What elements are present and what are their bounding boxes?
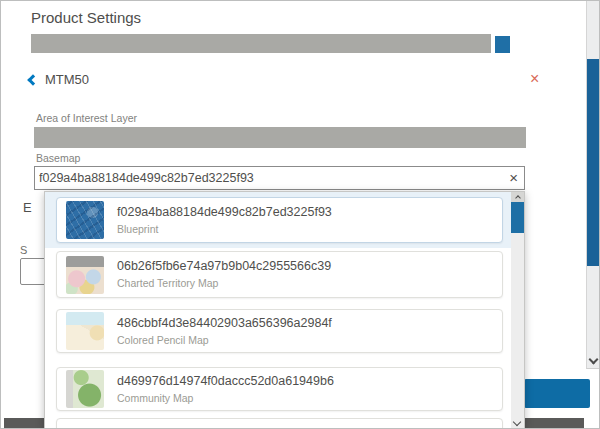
basemap-option-blueprint[interactable]: f029a4ba88184de499c82b7ed3225f93 Bluepri… [56,197,503,243]
charted-territory-map-thumbnail [66,256,104,294]
basemap-option-id: d469976d14974f0daccc52d0a61949b6 [117,374,334,389]
hidden-label-fragment: E [23,200,32,215]
basemap-field-label: Basemap [36,152,80,164]
basemap-option-community[interactable]: d469976d14974f0daccc52d0a61949b6 Communi… [56,367,503,411]
basemap-option-title: Colored Pencil Map [117,333,332,347]
basemap-option-id: 06b26f5fb6e74a97b9b04c2955566c39 [117,259,331,274]
redacted-input-bar[interactable] [31,34,491,53]
back-button-label: MTM50 [45,72,89,87]
product-settings-window: Product Settings MTM50 × Area of Interes… [0,0,600,429]
hidden-label-fragment-2: S [20,244,27,256]
clear-x-icon[interactable]: × [509,171,518,185]
community-map-thumbnail [66,370,104,408]
blueprint-map-thumbnail [66,201,104,239]
basemap-option-charted-territory[interactable]: 06b26f5fb6e74a97b9b04c2955566c39 Charted… [56,251,503,298]
close-icon[interactable]: × [530,71,539,87]
page-title: Product Settings [31,9,141,26]
aoi-input-redacted[interactable] [34,127,526,148]
dropdown-scrollbar-thumb[interactable] [511,202,524,233]
checkbox-fragment[interactable] [20,258,47,285]
basemap-input-value: f029a4ba88184de499c82b7ed3225f93 [39,171,509,185]
basemap-option-partial[interactable] [56,418,503,429]
chevron-up-icon [515,195,521,201]
basemap-option-title: Blueprint [117,222,332,236]
back-button[interactable]: MTM50 [29,72,89,87]
scroll-up-button[interactable] [511,192,524,202]
basemap-option-id: f029a4ba88184de499c82b7ed3225f93 [117,205,332,220]
colored-pencil-map-thumbnail [66,312,104,350]
basemap-option-colored-pencil[interactable]: 486cbbf4d3e84402903a656396a2984f Colored… [56,309,503,353]
basemap-option-id: 486cbbf4d3e84402903a656396a2984f [117,316,332,331]
dropdown-scrollbar-track[interactable] [511,192,524,429]
basemap-input[interactable]: f029a4ba88184de499c82b7ed3225f93 × [34,166,525,190]
basemap-option-title: Charted Territory Map [117,276,331,290]
basemap-dropdown-panel: f029a4ba88184de499c82b7ed3225f93 Bluepri… [44,191,525,429]
primary-action-button[interactable] [524,379,590,408]
aoi-field-label: Area of Interest Layer [36,112,137,124]
window-scrollbar-thumb[interactable] [587,59,600,266]
blue-action-square[interactable] [495,36,510,53]
chevron-down-icon[interactable] [513,418,521,426]
basemap-option-title: Community Map [117,391,334,405]
chevron-left-icon [27,74,38,85]
